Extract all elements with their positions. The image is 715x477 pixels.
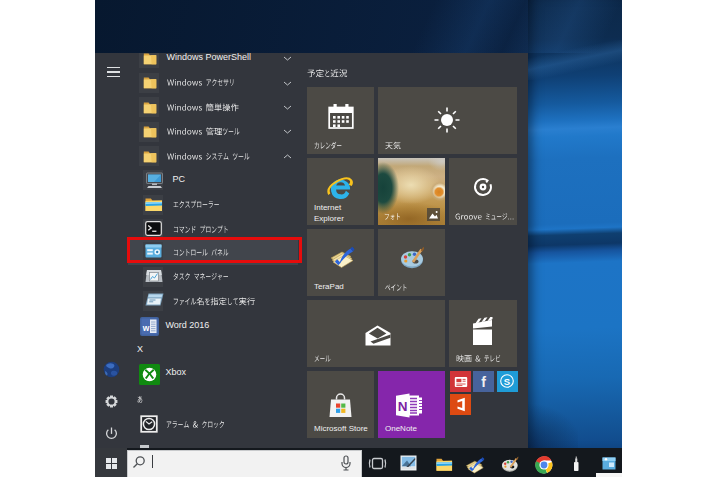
svg-text:N: N bbox=[398, 399, 408, 414]
svg-text:S: S bbox=[504, 376, 510, 387]
svg-text:w: w bbox=[142, 323, 150, 333]
